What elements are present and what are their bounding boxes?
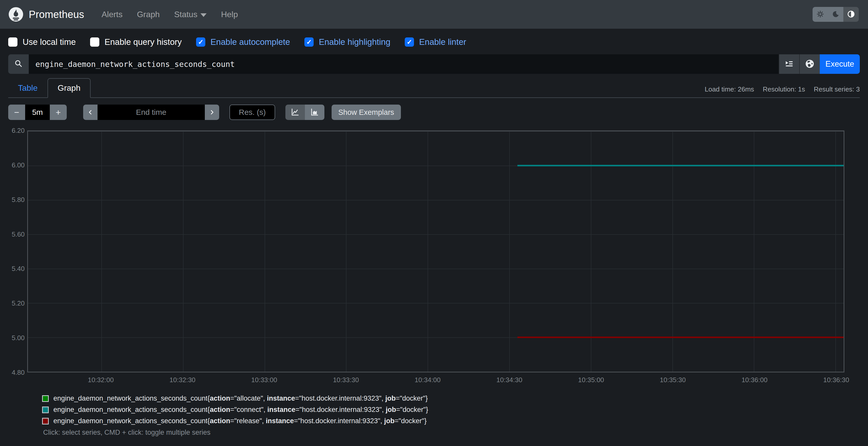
brand-title: Prometheus <box>29 9 84 20</box>
x-axis: 10:32:0010:32:3010:33:0010:33:3010:34:00… <box>27 372 844 385</box>
nav-link-help[interactable]: Help <box>214 10 245 19</box>
series-swatch <box>42 395 49 402</box>
h-gridline <box>28 200 844 200</box>
v-gridline <box>265 131 265 372</box>
resolution-stat: Resolution: 1s <box>763 85 805 93</box>
v-gridline <box>346 131 346 372</box>
tabs-bar: Table Graph Load time: 26ms Resolution: … <box>8 78 860 98</box>
chart-legend: engine_daemon_network_actions_seconds_co… <box>42 394 868 425</box>
nav-link-graph[interactable]: Graph <box>130 10 167 19</box>
h-gridline <box>28 269 844 269</box>
legend-item-connect[interactable]: engine_daemon_network_actions_seconds_co… <box>42 406 868 414</box>
format-icon <box>784 59 794 69</box>
search-icon <box>14 59 23 69</box>
nav-links: Alerts Graph Status Help <box>94 10 245 19</box>
x-tick-label: 10:36:00 <box>741 376 767 384</box>
y-tick-label: 5.40 <box>11 265 25 273</box>
theme-toggle-group <box>812 7 859 22</box>
options-row: Use local time Enable query history Enab… <box>8 35 860 49</box>
nav-link-status[interactable]: Status <box>167 10 214 19</box>
end-time-input[interactable] <box>97 105 205 120</box>
checkbox[interactable] <box>90 37 99 47</box>
execute-button[interactable]: Execute <box>820 54 860 74</box>
y-axis: 6.206.005.805.605.405.205.004.80 <box>8 131 27 372</box>
legend-help-text: Click: select series, CMD + click: toggl… <box>43 428 868 437</box>
option-enable-linter[interactable]: Enable linter <box>405 37 466 47</box>
option-enable-highlighting[interactable]: Enable highlighting <box>304 37 391 47</box>
show-exemplars-button[interactable]: Show Exemplars <box>332 105 401 120</box>
v-gridline <box>509 131 510 372</box>
line-chart-icon <box>290 107 300 117</box>
x-tick-label: 10:33:30 <box>333 376 359 384</box>
metrics-explorer-button[interactable] <box>799 54 820 74</box>
query-bar: Execute <box>8 54 860 74</box>
h-gridline <box>28 372 844 372</box>
theme-light-button[interactable] <box>812 7 828 22</box>
x-tick-label: 10:34:00 <box>415 376 441 384</box>
series-line-connect <box>518 165 844 166</box>
moon-icon <box>832 10 839 19</box>
checkbox[interactable] <box>405 37 414 47</box>
legend-item-allocate[interactable]: engine_daemon_network_actions_seconds_co… <box>42 394 868 403</box>
series-swatch <box>42 418 49 424</box>
x-tick-label: 10:35:30 <box>660 376 686 384</box>
y-tick-label: 5.20 <box>11 299 25 307</box>
tab-graph[interactable]: Graph <box>48 78 91 98</box>
graph-controls: − + <box>8 105 860 120</box>
series-swatch <box>42 407 49 413</box>
y-tick-label: 5.80 <box>11 196 25 204</box>
range-decrease-button[interactable]: − <box>8 105 25 120</box>
chart: 6.206.005.805.605.405.205.004.80 10:32:0… <box>8 131 844 385</box>
v-gridline <box>183 131 184 372</box>
navbar: Prometheus Alerts Graph Status Help <box>0 0 868 29</box>
sun-icon <box>816 10 824 19</box>
x-tick-label: 10:33:00 <box>251 376 277 384</box>
option-enable-query-history[interactable]: Enable query history <box>90 37 182 47</box>
h-gridline <box>28 131 844 132</box>
resolution-input[interactable] <box>229 105 275 120</box>
brand[interactable]: Prometheus <box>8 7 84 22</box>
line-chart-toggle-button[interactable] <box>285 105 305 120</box>
series-label: engine_daemon_network_actions_seconds_co… <box>53 406 428 414</box>
x-tick-label: 10:36:30 <box>823 376 849 384</box>
query-input[interactable] <box>29 54 779 74</box>
caret-down-icon <box>200 13 207 17</box>
option-use-local-time[interactable]: Use local time <box>8 37 76 47</box>
range-input[interactable] <box>25 105 50 120</box>
x-tick-label: 10:32:00 <box>88 376 114 384</box>
query-stats: Load time: 26ms Resolution: 1s Result se… <box>705 83 860 93</box>
series-line-release <box>518 337 844 338</box>
format-expression-button[interactable] <box>779 54 799 74</box>
option-enable-autocomplete[interactable]: Enable autocomplete <box>196 37 290 47</box>
tab-table[interactable]: Table <box>8 79 48 97</box>
theme-dark-button[interactable] <box>828 7 843 22</box>
chart-plot-area[interactable] <box>27 131 844 372</box>
v-gridline <box>428 131 428 372</box>
prometheus-logo-icon <box>8 7 24 22</box>
chevron-left-icon <box>87 107 93 117</box>
end-time-group <box>83 105 219 120</box>
checkbox[interactable] <box>196 37 205 47</box>
y-tick-label: 6.20 <box>11 127 25 135</box>
v-gridline <box>835 131 836 372</box>
v-gridline <box>754 131 754 372</box>
chart-type-toggle <box>285 105 324 120</box>
theme-auto-button[interactable] <box>843 7 859 22</box>
v-gridline <box>101 131 102 372</box>
search-box <box>8 54 29 74</box>
y-tick-label: 6.00 <box>11 161 25 169</box>
range-increase-button[interactable]: + <box>50 105 67 120</box>
stacked-chart-toggle-button[interactable] <box>305 105 324 120</box>
nav-link-alerts[interactable]: Alerts <box>94 10 130 19</box>
end-time-back-button[interactable] <box>83 105 97 120</box>
legend-item-release[interactable]: engine_daemon_network_actions_seconds_co… <box>42 417 868 425</box>
y-tick-label: 4.80 <box>11 369 25 377</box>
checkbox[interactable] <box>8 37 18 47</box>
y-tick-label: 5.60 <box>11 230 25 238</box>
globe-icon <box>805 59 815 69</box>
h-gridline <box>28 234 844 235</box>
checkbox[interactable] <box>304 37 314 47</box>
result-series-stat: Result series: 3 <box>814 85 860 93</box>
end-time-forward-button[interactable] <box>205 105 219 120</box>
circle-half-icon <box>847 10 855 19</box>
